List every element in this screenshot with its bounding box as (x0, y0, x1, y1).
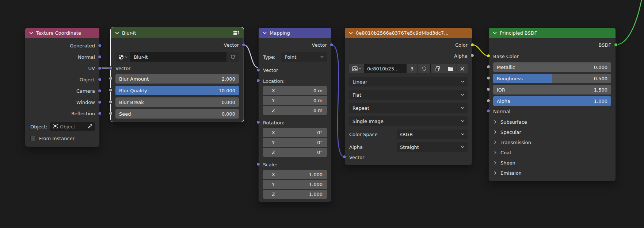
socket-reflection-output[interactable] (98, 112, 102, 115)
socket-base-color-input[interactable] (487, 54, 490, 58)
from-instancer-checkbox[interactable] (30, 136, 36, 141)
users-count-button[interactable]: 3 (407, 64, 418, 73)
socket-camera-output[interactable] (98, 89, 102, 93)
group-browse-button[interactable] (115, 52, 130, 62)
socket-window-output[interactable] (98, 100, 102, 104)
image-icon (352, 66, 358, 71)
collapse-chevron-icon[interactable] (115, 32, 119, 34)
location-z-field[interactable]: Z 0 m (263, 106, 327, 115)
node-blur-it-group[interactable]: Blur-it Vector Blur-it Vector (111, 27, 244, 122)
axis-label: X (272, 130, 275, 135)
output-label: Alpha (454, 53, 468, 59)
interpolation-dropdown[interactable]: Linear (349, 77, 468, 86)
ior-slider[interactable]: IOR 1.500 (493, 85, 611, 94)
socket-generated-output[interactable] (98, 44, 102, 47)
collapse-chevron-icon[interactable] (349, 32, 353, 34)
socket-scale-input[interactable] (256, 162, 260, 166)
socket-location-input[interactable] (256, 79, 260, 82)
alpha-slider[interactable]: Alpha 1.000 (493, 96, 611, 106)
seed-slider[interactable]: Seed 0.000 (115, 109, 239, 119)
roughness-slider[interactable]: Roughness 0.500 (493, 74, 611, 83)
socket-blur-vector-output[interactable] (242, 43, 245, 47)
node-texture-coordinate[interactable]: Texture Coordinate Generated Normal UV O… (25, 27, 100, 147)
socket-normal-input[interactable] (487, 109, 490, 113)
alpha-mode-dropdown[interactable]: Straight (397, 142, 468, 152)
socket-rotation-input[interactable] (256, 120, 260, 124)
panel-transmission[interactable]: Transmission (489, 137, 616, 147)
projection-dropdown[interactable]: Flat (349, 90, 468, 100)
node-title: 0e8010b2566a83767e5c9df4bd3dc7... (356, 30, 468, 36)
panel-sheen[interactable]: Sheen (489, 158, 616, 168)
rotation-z-field[interactable]: Z 0° (263, 148, 327, 157)
collapse-chevron-icon[interactable] (29, 32, 33, 34)
slider-row-seed: Seed 0.000 (111, 109, 243, 119)
location-x-field[interactable]: X 0 m (263, 86, 327, 95)
socket-color-output[interactable] (470, 43, 474, 47)
node-mapping[interactable]: Mapping Vector Type: Point Vector Locati… (258, 27, 332, 202)
rotation-x-field[interactable]: X 0° (263, 128, 327, 137)
output-label: Object (80, 77, 95, 82)
mapping-type-dropdown[interactable]: Point (281, 52, 327, 62)
socket-metallic-input[interactable] (487, 65, 490, 69)
socket-uv-output[interactable] (98, 66, 102, 70)
rotation-y-field[interactable]: Y 0° (263, 138, 327, 147)
image-name-field[interactable]: 0e8010b25... (364, 64, 407, 73)
slider-value: 0.500 (594, 76, 607, 81)
new-image-copy-button[interactable] (431, 64, 444, 73)
socket-ior-input[interactable] (487, 88, 490, 91)
input-row-base-color: Base Color (489, 51, 616, 62)
node-header: Mapping (259, 28, 331, 38)
collapse-chevron-icon[interactable] (263, 32, 267, 34)
scale-x-field[interactable]: X 1.000 (263, 170, 327, 179)
output-row-normal: Normal (25, 51, 99, 63)
panel-coat[interactable]: Coat (489, 147, 616, 158)
dropdown-value: Linear (353, 79, 367, 85)
node-principled-bsdf[interactable]: Principled BSDF BSDF Base Color Metallic… (488, 27, 616, 181)
socket-alpha-input[interactable] (487, 99, 490, 103)
socket-roughness-input[interactable] (487, 76, 490, 80)
eyedropper-icon[interactable] (87, 124, 92, 130)
scale-z-field[interactable]: Z 1.000 (263, 190, 327, 199)
metallic-slider[interactable]: Metallic 0.000 (493, 62, 611, 72)
open-image-button[interactable] (444, 64, 457, 73)
chevron-right-icon (494, 151, 496, 154)
panel-emission[interactable]: Emission (489, 168, 616, 178)
socket-object-output[interactable] (98, 78, 102, 81)
from-instancer-row: From Instancer (25, 133, 99, 144)
input-label: Vector (349, 155, 364, 160)
scale-y-field[interactable]: Y 1.000 (263, 180, 327, 189)
source-dropdown[interactable]: Single Image (349, 116, 468, 126)
panel-subsurface[interactable]: Subsurface (489, 117, 616, 127)
socket-alpha-output[interactable] (470, 54, 474, 57)
blur-break-slider[interactable]: Blur Break 0.000 (115, 97, 239, 107)
socket-mapping-vector-input[interactable] (256, 68, 260, 72)
object-picker-field[interactable]: Object (50, 122, 95, 131)
socket-blur-amount-input[interactable] (109, 77, 113, 80)
socket-blur-quality-input[interactable] (109, 88, 113, 92)
blur-amount-slider[interactable]: Blur Amount 2.000 (115, 74, 239, 84)
unlink-image-button[interactable] (457, 64, 468, 73)
socket-image-vector-input[interactable] (343, 155, 346, 159)
socket-bsdf-output[interactable] (614, 43, 618, 47)
node-image-texture[interactable]: 0e8010b2566a83767e5c9df4bd3dc7... Color … (344, 27, 472, 165)
socket-normal-output[interactable] (98, 55, 102, 59)
fake-user-shield-button[interactable] (418, 64, 431, 73)
color-space-dropdown[interactable]: sRGB (397, 130, 468, 139)
slider-label: Metallic (497, 65, 515, 70)
node-editor-canvas[interactable]: Texture Coordinate Generated Normal UV O… (0, 0, 644, 228)
color-space-row: Color Space sRGB (349, 130, 468, 139)
output-label: Generated (70, 43, 95, 49)
socket-blur-break-input[interactable] (109, 100, 113, 104)
socket-seed-input[interactable] (109, 112, 113, 115)
image-browse-button[interactable] (349, 64, 364, 73)
group-name-field[interactable]: Blur-it (130, 52, 226, 62)
extension-dropdown[interactable]: Repeat (349, 103, 468, 113)
collapse-chevron-icon[interactable] (493, 32, 497, 34)
blur-quality-slider[interactable]: Blur Quality 10.000 (115, 86, 239, 95)
socket-mapping-vector-output[interactable] (330, 43, 334, 47)
socket-blur-vector-input[interactable] (109, 66, 113, 70)
fake-user-shield-button[interactable] (226, 52, 239, 62)
location-y-field[interactable]: Y 0 m (263, 96, 327, 105)
dropdown-value: Repeat (353, 105, 369, 111)
panel-specular[interactable]: Specular (489, 127, 616, 137)
